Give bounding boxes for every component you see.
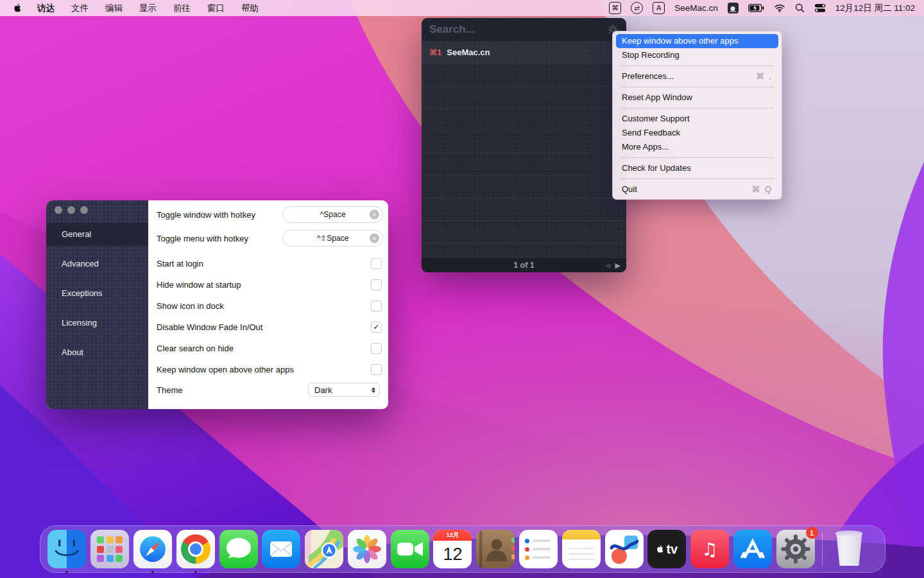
dock-mail-icon[interactable] (262, 530, 300, 568)
menu-item-keep-window-above[interactable]: Keep window above other apps (616, 34, 778, 48)
clipboard-manager-menu-icon[interactable]: ⌘ (609, 2, 621, 14)
clipboard-empty-row (422, 153, 626, 176)
menubar-app-label[interactable]: SeeMac.cn (674, 3, 718, 13)
menu-separator (620, 87, 774, 87)
menubar-app-menu[interactable]: 访达 (29, 0, 63, 16)
clipboard-empty-row (422, 198, 626, 221)
clear-hotkey-icon[interactable]: × (370, 210, 379, 220)
menu-item-label: Customer Support (622, 112, 690, 126)
dock-tv-icon[interactable]: tv (647, 530, 686, 568)
menu-item-customer-support[interactable]: Customer Support (613, 112, 782, 126)
dock-contacts-icon[interactable] (476, 530, 515, 568)
menu-separator (620, 157, 774, 158)
sidebar-item-advanced[interactable]: Advanced (46, 252, 148, 276)
dock-photos-icon[interactable] (348, 530, 386, 568)
menu-item-reset-app-window[interactable]: Reset App Window (613, 91, 782, 105)
menubar-menu-window[interactable]: 窗口 (199, 0, 233, 16)
dock-chrome-icon[interactable] (176, 530, 215, 568)
sidebar-item-exceptions[interactable]: Exceptions (46, 282, 148, 305)
prev-page-icon[interactable]: ◀ (605, 261, 610, 270)
toggle-label: Show icon in dock (157, 301, 371, 311)
recording-indicator-icon[interactable] (728, 3, 739, 13)
hotkey-field[interactable]: ^⇧Space × (282, 230, 383, 247)
menu-item-send-feedback[interactable]: Send Feedback (613, 126, 782, 140)
spotlight-icon[interactable] (795, 3, 805, 13)
clipboard-item[interactable]: ⌘1 SeeMac.cn (422, 41, 626, 64)
wifi-icon[interactable] (774, 4, 785, 12)
clipboard-empty-row (422, 131, 626, 153)
dock-calendar-icon[interactable]: 12月 12 (433, 530, 472, 568)
menu-item-more-apps[interactable]: More Apps... (613, 140, 782, 154)
search-footer: 1 of 1 ◀ ▶ (422, 258, 626, 272)
dock-messages-icon[interactable] (219, 530, 258, 568)
apple-logo-icon (13, 3, 22, 13)
next-page-icon[interactable]: ▶ (615, 261, 620, 270)
show-dock-icon-checkbox[interactable] (371, 301, 382, 311)
page-indicator: 1 of 1 (513, 261, 535, 270)
dock-safari-icon[interactable] (133, 530, 172, 568)
sidebar-item-licensing[interactable]: Licensing (46, 311, 148, 335)
dock-finder-icon[interactable] (47, 530, 86, 568)
toggle-row: Disable Window Fade In/Out (157, 320, 383, 334)
theme-label: Theme (157, 385, 308, 395)
toggle-row: Clear search on hide (157, 341, 383, 355)
hotkey-label: Toggle menu with hotkey (157, 234, 282, 243)
menubar-menu-help[interactable]: 帮助 (233, 0, 267, 16)
menu-item-label: Reset App Window (622, 91, 692, 105)
dock-reminders-icon[interactable] (519, 530, 558, 568)
toggle-row: Keep window open above other apps (157, 362, 383, 376)
menu-separator (620, 108, 774, 109)
tv-label: tv (666, 542, 678, 557)
menubar-menu-edit[interactable]: 编辑 (97, 0, 131, 16)
keep-above-checkbox[interactable] (371, 364, 382, 375)
dock-settings-icon[interactable]: 1 (776, 530, 815, 568)
sync-menu-icon[interactable]: ⇄ (631, 2, 643, 14)
clear-hotkey-icon[interactable]: × (370, 234, 379, 243)
hide-window-checkbox[interactable] (371, 279, 382, 290)
dock: 12月 12 (40, 525, 886, 573)
clipboard-item-label: SeeMac.cn (447, 48, 490, 57)
menubar-clock[interactable]: 12月12日 周二 11:02 (835, 3, 915, 14)
close-button[interactable] (55, 206, 62, 214)
control-center-icon[interactable] (814, 3, 826, 13)
dock-maps-icon[interactable] (305, 530, 343, 568)
disable-fade-checkbox[interactable] (371, 322, 382, 333)
dock-facetime-icon[interactable] (391, 530, 429, 568)
clipboard-empty-row (422, 221, 626, 243)
toggle-label: Disable Window Fade In/Out (157, 322, 371, 332)
clear-search-checkbox[interactable] (371, 343, 382, 354)
hotkey-field[interactable]: ^Space × (282, 206, 383, 223)
toggle-label: Keep window open above other apps (157, 365, 371, 374)
preferences-window: General Advanced Exceptions Licensing Ab… (46, 200, 388, 409)
dock-launchpad-icon[interactable] (90, 530, 129, 568)
toggle-row: Hide window at startup (157, 277, 383, 292)
sidebar-item-general[interactable]: General (46, 223, 148, 246)
dock-trash-icon[interactable] (830, 530, 868, 568)
hotkey-label: Toggle window with hotkey (157, 210, 282, 220)
calendar-month: 12月 (433, 530, 472, 541)
sidebar-item-about[interactable]: About (46, 341, 148, 364)
music-note-icon: ♫ (702, 539, 718, 560)
menu-item-quit[interactable]: Quit ⌘ Q (613, 182, 782, 197)
minimize-button[interactable] (67, 206, 75, 214)
menubar-menu-view[interactable]: 显示 (131, 0, 165, 16)
menu-item-stop-recording[interactable]: Stop Recording (613, 48, 782, 62)
start-at-login-checkbox[interactable] (371, 258, 382, 269)
menu-item-check-for-updates[interactable]: Check for Updates (613, 161, 782, 175)
menubar-menu-file[interactable]: 文件 (63, 0, 97, 16)
dock-appstore-icon[interactable] (733, 530, 772, 568)
dock-divider (822, 532, 823, 566)
dock-freeform-icon[interactable] (605, 530, 644, 568)
battery-icon[interactable] (748, 4, 764, 12)
apple-menu[interactable] (9, 3, 29, 13)
menu-item-preferences[interactable]: Preferences... ⌘ , (613, 69, 782, 83)
input-source-icon[interactable]: A (653, 2, 665, 14)
menubar-menu-go[interactable]: 前往 (165, 0, 199, 16)
clipboard-item-shortcut: ⌘1 (429, 48, 441, 57)
zoom-button[interactable] (80, 206, 88, 214)
hotkey-row: Toggle menu with hotkey ^⇧Space × (157, 231, 383, 246)
dock-music-icon[interactable]: ♫ (690, 530, 729, 568)
theme-dropdown[interactable]: Dark (308, 383, 380, 397)
search-input[interactable]: Search... (429, 23, 607, 36)
dock-notes-icon[interactable] (562, 530, 601, 568)
